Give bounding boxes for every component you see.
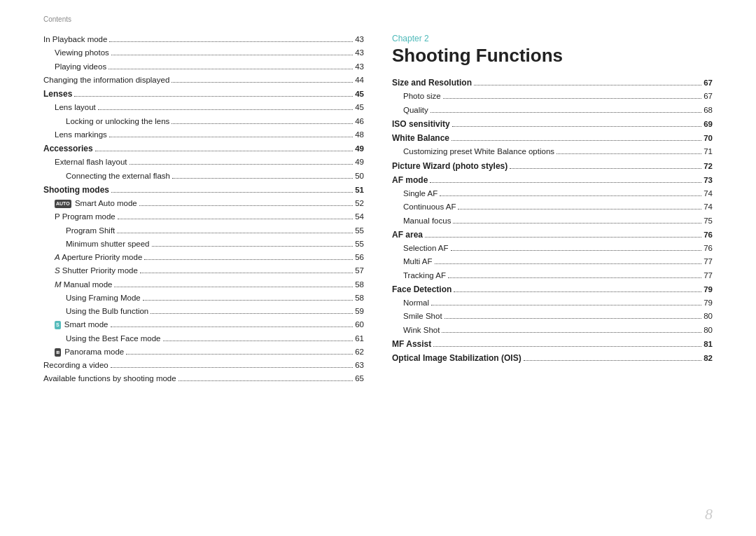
toc-entry: Locking or unlocking the lens46 xyxy=(43,116,364,128)
toc-entry-label: Accessories xyxy=(43,142,93,155)
left-column: In Playback mode43Viewing photos43Playin… xyxy=(43,31,364,536)
toc-page-number: 60 xyxy=(355,319,364,331)
toc-dots xyxy=(140,273,353,273)
toc-entry-label: Face Detection xyxy=(392,283,451,296)
toc-entry-label: Changing the information displayed xyxy=(43,74,169,86)
toc-entry: S Shutter Priority mode57 xyxy=(43,265,364,277)
toc-entry: Shooting modes51 xyxy=(43,184,364,196)
toc-page-number: 44 xyxy=(355,74,364,86)
toc-entry: MF Assist81 xyxy=(392,338,713,350)
toc-entry-label: P Program mode xyxy=(55,211,115,223)
toc-entry-label: Wink Shot xyxy=(403,324,440,336)
page-number: 8 xyxy=(705,505,713,523)
toc-page-number: 51 xyxy=(355,184,364,196)
toc-entry-label: Manual focus xyxy=(403,215,451,227)
toc-page-number: 76 xyxy=(704,229,713,241)
toc-entry: Picture Wizard (photo styles)72 xyxy=(392,160,713,172)
toc-page-number: 59 xyxy=(355,305,364,317)
toc-dots xyxy=(117,233,353,233)
toc-entry: Recording a video63 xyxy=(43,359,364,371)
toc-entry: Lens markings48 xyxy=(43,129,364,141)
toc-entry: Smile Shot80 xyxy=(392,310,713,322)
toc-dots xyxy=(556,153,701,154)
toc-entry-label: Recording a video xyxy=(43,359,108,371)
toc-dots xyxy=(118,219,353,219)
toc-entry: Playing videos43 xyxy=(43,61,364,73)
toc-entry: Connecting the external flash50 xyxy=(43,170,364,182)
toc-page-number: 77 xyxy=(704,256,713,268)
toc-entry: AF mode73 xyxy=(392,174,713,186)
toc-dots xyxy=(454,291,701,292)
toc-entry-label: Multi AF xyxy=(403,256,433,268)
toc-page-number: 79 xyxy=(704,284,713,296)
toc-dots xyxy=(109,41,353,42)
two-column-layout: In Playback mode43Viewing photos43Playin… xyxy=(0,0,756,536)
toc-page-number: 52 xyxy=(355,198,364,209)
toc-entry: Using the Best Face mode61 xyxy=(43,333,364,345)
toc-dots xyxy=(430,112,701,113)
contents-label: Contents xyxy=(43,15,71,23)
toc-entry: Available functions by shooting mode65 xyxy=(43,373,364,385)
toc-entry-label: Size and Resolution xyxy=(392,76,472,89)
toc-entry-label: Photo size xyxy=(403,90,441,102)
toc-dots xyxy=(524,360,702,361)
toc-dots xyxy=(430,182,701,183)
toc-entry: AUTO Smart Auto mode52 xyxy=(43,198,364,209)
toc-page-number: 46 xyxy=(355,116,364,128)
pano-badge: ⊞ xyxy=(55,348,61,357)
toc-page-number: 74 xyxy=(704,188,713,200)
toc-page-number: 65 xyxy=(355,373,364,385)
toc-dots xyxy=(433,346,701,347)
toc-entry: Using Framing Mode58 xyxy=(43,292,364,304)
toc-page-number: 67 xyxy=(704,77,713,89)
toc-entry: Wink Shot80 xyxy=(392,324,713,336)
toc-entry-label: Program Shift xyxy=(66,225,115,237)
chapter-title: Shooting Functions xyxy=(392,45,713,67)
toc-entry: Tracking AF77 xyxy=(392,270,713,282)
toc-page-number: 79 xyxy=(704,297,713,309)
toc-entry: Minimum shutter speed55 xyxy=(43,238,364,250)
toc-entry: Normal79 xyxy=(392,297,713,309)
toc-entry-label: Using the Best Face mode xyxy=(66,333,161,345)
toc-dots xyxy=(453,223,701,224)
toc-entry: Continuous AF74 xyxy=(392,201,713,213)
toc-entry: White Balance70 xyxy=(392,132,713,144)
toc-dots xyxy=(130,164,354,165)
toc-entry-label: ISO sensitivity xyxy=(392,118,450,130)
toc-dots xyxy=(425,237,701,238)
toc-dots xyxy=(442,332,701,333)
toc-dots xyxy=(126,354,353,355)
toc-dots xyxy=(111,192,353,193)
toc-page-number: 54 xyxy=(355,211,364,223)
toc-entry-label: Connecting the external flash xyxy=(66,170,170,182)
toc-entry: ISO sensitivity69 xyxy=(392,118,713,130)
toc-page-number: 58 xyxy=(355,292,364,304)
toc-dots xyxy=(440,195,701,196)
toc-entry-label: MF Assist xyxy=(392,338,431,350)
toc-entry-label: S Smart mode xyxy=(55,319,108,331)
toc-entry-label: Available functions by shooting mode xyxy=(43,373,176,385)
toc-page-number: 69 xyxy=(704,118,713,130)
toc-page-number: 75 xyxy=(704,215,713,227)
toc-entry-label: Customizing preset White Balance options xyxy=(403,146,554,158)
toc-entry: Manual focus75 xyxy=(392,215,713,227)
toc-entry-label: Smile Shot xyxy=(403,310,442,322)
toc-entry-label: Picture Wizard (photo styles) xyxy=(392,160,507,172)
toc-page-number: 72 xyxy=(704,160,713,172)
toc-dots xyxy=(443,98,702,99)
toc-dots xyxy=(108,69,353,69)
page: Contents In Playback mode43Viewing photo… xyxy=(0,0,756,536)
toc-dots xyxy=(74,96,353,97)
toc-entry-label: Selection AF xyxy=(403,242,449,254)
toc-dots xyxy=(98,109,353,110)
toc-entry-label: Using the Bulb function xyxy=(66,305,148,317)
toc-page-number: 68 xyxy=(704,104,713,116)
s-badge: S xyxy=(55,321,61,329)
toc-dots xyxy=(451,250,702,251)
toc-page-number: 62 xyxy=(355,346,364,358)
toc-entry-label: Lens layout xyxy=(55,102,96,114)
toc-page-number: 43 xyxy=(355,61,364,73)
toc-entry-label: Normal xyxy=(403,297,429,309)
toc-entry: Multi AF77 xyxy=(392,256,713,268)
toc-dots xyxy=(111,327,354,327)
